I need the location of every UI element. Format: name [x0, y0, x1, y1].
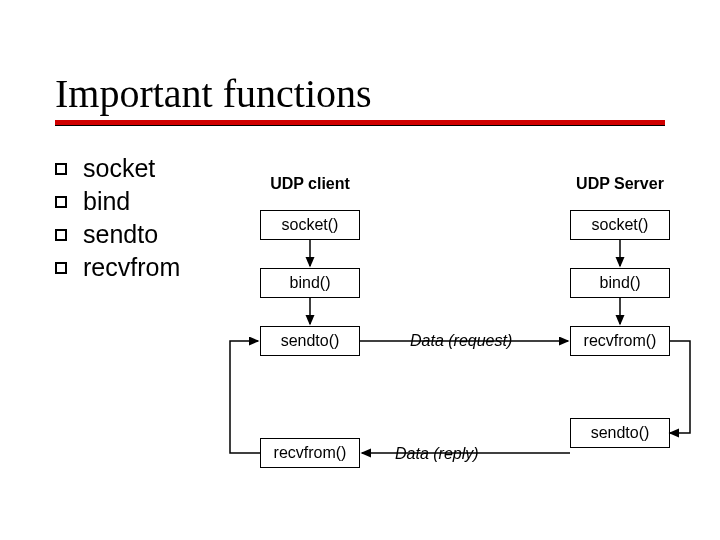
- connectors: [0, 0, 720, 540]
- udp-diagram: UDP client UDP Server socket() bind() se…: [0, 0, 720, 540]
